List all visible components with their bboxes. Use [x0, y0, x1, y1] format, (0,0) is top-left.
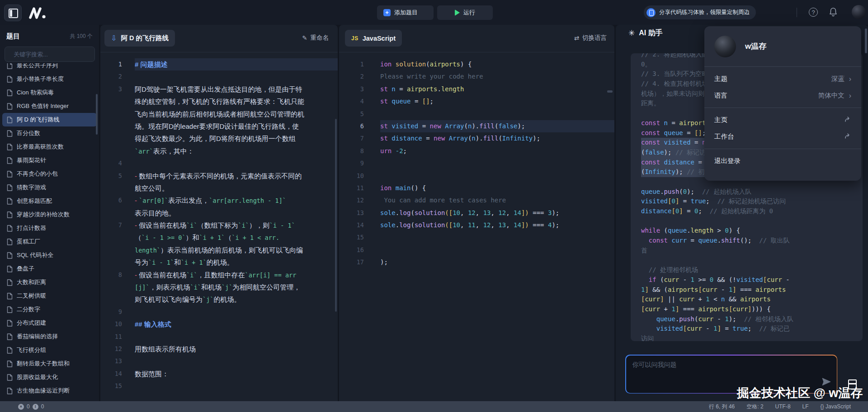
code-line[interactable]: 15	[100, 380, 338, 392]
sidebar-item-question[interactable]: 翻转后最大子数组和	[0, 357, 99, 370]
menu-item-home[interactable]: 主页	[704, 112, 861, 128]
code-line[interactable]: 9	[339, 157, 614, 169]
sidebar-item-question[interactable]: 不再贪心的小包	[0, 167, 99, 181]
code-line[interactable]: 5- 数组中每个元素表示不同的机场，元素的值表示不同的	[100, 170, 338, 182]
sidebar-item-question[interactable]: 二叉树供暖	[0, 289, 99, 303]
code-line[interactable]: 1# 问题描述	[100, 58, 338, 70]
code-line[interactable]: length`）表示当前机场的前后机场，则飞机可以飞向编	[100, 244, 338, 256]
code-line[interactable]: 场。现在阿D的leader要求阿D设计最佳的飞行路线，使	[100, 120, 338, 132]
code-line[interactable]: 10## 输入格式	[100, 318, 338, 330]
sidebar-item-question[interactable]: 大数和距离	[0, 276, 99, 289]
code-line[interactable]: // 处理相邻机场	[641, 265, 863, 275]
add-question-button[interactable]: + 添加题目	[377, 5, 434, 20]
code-line[interactable]: 4	[100, 157, 338, 169]
language-mode[interactable]: {} JavaScript	[821, 403, 851, 410]
sidebar-item-question[interactable]: 穿越沙漠的补给次数	[0, 208, 99, 221]
code-line[interactable]: if (curr - 1 >= 0 && (!visited[curr -	[641, 275, 863, 285]
description-scrollbar[interactable]	[335, 119, 337, 312]
code-line[interactable]: distance[0] = 0; // 起始机场距离为 0	[641, 206, 863, 216]
language-tab[interactable]: JS JavaScript	[345, 30, 402, 47]
code-line[interactable]: 12用数组表示所有机场	[100, 343, 338, 355]
code-line[interactable]: 8urn -2;	[339, 145, 614, 157]
code-line[interactable]: 14数据范围：	[100, 368, 338, 380]
bell-icon[interactable]	[829, 7, 838, 19]
sidebar-item-question[interactable]: 分布式团建	[0, 316, 99, 330]
code-line[interactable]: 1ion solution(airports) {	[339, 58, 614, 70]
code-line[interactable]: `arr`表示，其中：	[100, 145, 338, 157]
code-line[interactable]: 17);	[339, 256, 614, 268]
editor-scrollbar[interactable]	[607, 90, 613, 93]
menu-item-theme[interactable]: 主题 深蓝›	[704, 70, 861, 87]
sidebar-item-question[interactable]: 番茄编辑的选择	[0, 330, 99, 343]
code-line[interactable]: 15	[339, 231, 614, 243]
sidebar-item-question[interactable]: 创意标题匹配	[0, 194, 99, 208]
promo-banner[interactable]: 分享代码练习体验，领限量定制周边	[644, 5, 756, 19]
sidebar-item-question[interactable]: 最长公共子序列	[0, 63, 99, 72]
sidebar-scrollbar[interactable]	[96, 94, 98, 135]
indent-setting[interactable]: 空格: 2	[746, 403, 763, 411]
code-line[interactable]: 表示目的地。	[100, 207, 338, 219]
code-line[interactable]	[641, 255, 863, 265]
code-line[interactable]: 6st visited = new Array(n).fill(false);	[339, 120, 614, 132]
sidebar-item-question[interactable]: 股票收益最大化	[0, 370, 99, 384]
sidebar-item-question[interactable]: RGB 色值转 Integer	[0, 99, 99, 113]
code-line[interactable]: 1] && (airports[curr - 1] === airports	[641, 285, 863, 295]
code-line[interactable]: 4st queue = [];	[339, 95, 614, 108]
code-line[interactable]: 首	[641, 246, 863, 256]
run-button[interactable]: 运行	[437, 5, 493, 20]
code-line[interactable]: （`i - 1 >= 0`）和`i + 1`（`i + 1 < arr.	[100, 231, 338, 243]
sidebar-item-question[interactable]: 比赛最高获胜次数	[0, 140, 99, 154]
sidebar-item-question[interactable]: 蛋糕工厂	[0, 235, 99, 248]
menu-item-workspace[interactable]: 工作台	[704, 128, 861, 145]
sidebar-item-question[interactable]: 阿 D 的飞行路线	[2, 113, 97, 126]
code-line[interactable]: 访问	[641, 334, 863, 341]
code-line[interactable]: [curr] || curr + 1 < n && airports	[641, 295, 863, 304]
rename-button[interactable]: ✎ 重命名	[302, 34, 329, 42]
code-line[interactable]: 13sole.log(solution([10, 12, 13, 12, 14]…	[339, 207, 614, 219]
code-line[interactable]: 飞向当前机场的前后相邻机场或者相同航空公司管理的机	[100, 108, 338, 120]
code-line[interactable]: 得起飞次数最少。为此，阿D将所有的机场用一个数组	[100, 132, 338, 145]
sidebar-item-question[interactable]: 古生物血缘远近判断	[0, 384, 99, 398]
code-line[interactable]: 3st n = airports.length	[339, 83, 614, 95]
code-line[interactable]: 7- 假设当前在机场`i`（数组下标为`i`），则`i - 1`	[100, 219, 338, 231]
code-line[interactable]: 则飞机可以飞向编号为`j`的机场。	[100, 293, 338, 305]
code-line[interactable]: 7st distance = new Array(n).fill(Infinit…	[339, 132, 614, 145]
code-line[interactable]: 6- `arr[0]`表示出发点，`arr[arr.length - 1]`	[100, 194, 338, 206]
code-line[interactable]: 16	[339, 244, 614, 256]
code-line[interactable]: 11	[100, 331, 338, 343]
code-line[interactable]: [j]`，则表示机场`i`和机场`j`为相同航空公司管理，	[100, 281, 338, 293]
code-line[interactable]: 号为`i - 1`和`i + 1`的机场。	[100, 256, 338, 268]
menu-item-logout[interactable]: 退出登录	[704, 153, 861, 169]
sidebar-item-question[interactable]: SQL 代码补全	[0, 248, 99, 262]
menu-item-language[interactable]: 语言 简体中文›	[704, 87, 861, 104]
code-line[interactable]: while (queue.length > 0) {	[641, 226, 863, 236]
code-line[interactable]: 航空公司。	[100, 182, 338, 194]
code-line[interactable]: 11ion main() {	[339, 182, 614, 194]
eol-type[interactable]: LF	[802, 403, 809, 410]
code-line[interactable]: 5	[339, 108, 614, 120]
sidebar-item-question[interactable]: 二分数字	[0, 303, 99, 316]
search-box[interactable]	[5, 47, 95, 62]
code-line[interactable]: visited[0] = true; // 标记起始机场已访问	[641, 197, 863, 206]
code-line[interactable]: 3阿D驾驶一架飞机需要从出发点抵达目的地，但是由于特	[100, 83, 338, 95]
code-line[interactable]: 10	[339, 170, 614, 182]
sidebar-item-question[interactable]: 猜数字游戏	[0, 181, 99, 194]
cursor-position[interactable]: 行 6, 列 46	[709, 403, 735, 411]
page-scrollbar[interactable]	[865, 28, 867, 53]
description-tab[interactable]: ⇩ 阿 D 的飞行路线	[104, 30, 175, 47]
sidebar-item-question[interactable]: 最小替换子串长度	[0, 72, 99, 86]
code-line[interactable]: queue.push(0); // 起始机场入队	[641, 187, 863, 197]
switch-language-button[interactable]: ⇄ 切换语言	[574, 34, 607, 42]
code-line[interactable]	[641, 216, 863, 226]
code-line[interactable]: 13	[100, 355, 338, 367]
code-line[interactable]: 12 You can add more test cases here	[339, 194, 614, 206]
sidebar-item-question[interactable]: 飞行棋分组	[0, 343, 99, 357]
sidebar-item-question[interactable]: 暴雨梨花针	[0, 154, 99, 167]
code-line[interactable]: 8- 假设当前在机场`i`，且数组中存在`arr[i] == arr	[100, 269, 338, 281]
sidebar-toggle-button[interactable]	[4, 5, 22, 21]
code-line[interactable]: 殊的航空管制，对飞机的飞行路线有严格要求：飞机只能	[100, 95, 338, 108]
code-line[interactable]: 9	[100, 306, 338, 318]
code-line[interactable]: 2Please write your code here	[339, 70, 614, 83]
code-line[interactable]: visited[curr - 1] = true; // 标记已	[641, 324, 863, 334]
code-line[interactable]: const curr = queue.shift(); // 取出队	[641, 236, 863, 246]
